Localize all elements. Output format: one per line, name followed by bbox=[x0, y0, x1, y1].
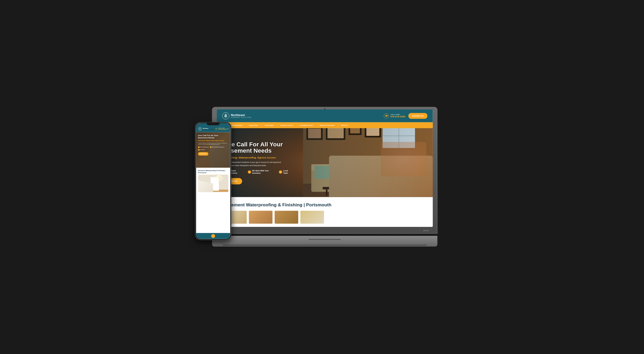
phone-body: Northeast BASEMENT SOLUTIONS ☎ Call Us T… bbox=[195, 122, 231, 240]
nav-crawl-space[interactable]: Crawl Space ▾ bbox=[263, 123, 278, 128]
laptop-device: Northeast BASEMENT SOLUTIONS ☎ bbox=[212, 107, 438, 246]
phone-check-3: ✓ bbox=[198, 149, 200, 151]
hero-title: One Call For All Your Basement Needs bbox=[223, 141, 292, 154]
phone-device: Northeast BASEMENT SOLUTIONS ☎ Call Us T… bbox=[195, 122, 231, 240]
card-thumbnail-4 bbox=[300, 211, 324, 224]
phone-check-1: ✓ bbox=[198, 146, 200, 148]
header-right: ☎ Call Us Today! 978-678-3939 Contact Us bbox=[384, 113, 427, 119]
phone-badge-local: ✓ Local Team bbox=[198, 149, 205, 151]
nav-arrow-3: ▾ bbox=[274, 125, 275, 126]
phone-hero-title: One Call For All Your Basement Needs bbox=[198, 134, 228, 139]
svg-point-33 bbox=[200, 129, 200, 129]
nav-moisture-control[interactable]: Moisture Control ▾ bbox=[279, 123, 297, 128]
phone-brand-name: Northeast bbox=[203, 128, 208, 129]
logo-icon bbox=[222, 112, 229, 119]
phone-badge-insurance: ✓ We Work With Your Insurance bbox=[210, 146, 224, 148]
nav-arrow-5: ▾ bbox=[313, 125, 314, 126]
phone-home-button[interactable]: ⌂ bbox=[211, 234, 215, 238]
svg-rect-39 bbox=[200, 187, 208, 189]
nav-about-us[interactable]: About Us ▾ bbox=[339, 123, 351, 128]
phone-badge-label-2: We Work With Your Insurance bbox=[212, 147, 224, 148]
phone-badge-label-3: Local Team bbox=[200, 149, 205, 150]
phone-check-2: ✓ bbox=[210, 146, 211, 148]
svg-rect-43 bbox=[198, 190, 228, 192]
section-title: Basement Waterproofing & Finishing | Por… bbox=[223, 202, 427, 208]
svg-rect-42 bbox=[200, 183, 205, 185]
below-hero-section: Basement Waterproofing & Finishing | Por… bbox=[217, 197, 433, 227]
phone-logo-icon bbox=[198, 127, 202, 131]
phone-side-btn-1 bbox=[231, 138, 231, 145]
phone-call-number: 978-678-3939 bbox=[218, 129, 226, 130]
nav-foundation-repair[interactable]: Foundation Repair ▾ bbox=[298, 123, 317, 128]
svg-rect-41 bbox=[200, 185, 206, 186]
phone-badge-experience: ✓ 20+ Years Experience bbox=[198, 146, 209, 148]
svg-rect-37 bbox=[200, 190, 211, 191]
svg-rect-38 bbox=[200, 189, 210, 190]
phone-brand-sub: BASEMENT SOLUTIONS bbox=[203, 129, 214, 130]
nav-basement-finishing[interactable]: Basement Finishing ▾ bbox=[318, 123, 338, 128]
svg-point-1 bbox=[225, 116, 226, 116]
hero-badges: ✓ 20+ Years Experience ✓ We Work With Yo… bbox=[223, 170, 292, 174]
phone-logo-area: Northeast BASEMENT SOLUTIONS bbox=[198, 127, 214, 131]
hero-title-line1: One Call For All Your bbox=[223, 141, 283, 148]
phone-hero-section: One Call For All Your Basement Needs Ref… bbox=[196, 132, 230, 168]
call-info: ☎ Call Us Today! 978-678-3939 bbox=[384, 113, 405, 118]
nav-waterproofing[interactable]: Waterproofing ▾ bbox=[230, 123, 246, 128]
phone-side-btn-2 bbox=[231, 147, 231, 153]
site-header: Northeast BASEMENT SOLUTIONS ☎ bbox=[217, 109, 433, 122]
contact-button[interactable]: Contact Us bbox=[408, 113, 427, 119]
nav-sump-pump[interactable]: Sump Pump ▾ bbox=[247, 123, 262, 128]
nav-arrow-2: ▾ bbox=[258, 125, 259, 126]
phone-icon: ☎ bbox=[384, 113, 389, 118]
phone-hero-title-line1: One Call For All Your bbox=[198, 134, 218, 137]
svg-point-47 bbox=[215, 175, 223, 181]
phone-hero-content: One Call For All Your Basement Needs Ref… bbox=[196, 132, 230, 158]
phone-call-text: Call Us Today! 978-678-3939 bbox=[218, 128, 226, 130]
card-thumbnail-3 bbox=[275, 211, 298, 224]
phone-below-section: Basement Waterproofing & Finishing | Por… bbox=[196, 168, 230, 239]
phone-about-us-button[interactable]: About Us bbox=[198, 152, 209, 156]
logo-area: Northeast BASEMENT SOLUTIONS bbox=[222, 112, 251, 119]
nav-arrow-4: ▾ bbox=[293, 125, 294, 126]
brand-sub: BASEMENT SOLUTIONS bbox=[231, 117, 252, 118]
phone-section-title: Basement Waterproofing & Finishing | Por… bbox=[198, 170, 228, 174]
badge-label-3: Local Team bbox=[283, 170, 292, 174]
badge-label-2: We Work With Your Insurance bbox=[252, 170, 275, 174]
hero-badge-local: ✓ Local Team bbox=[279, 170, 292, 174]
call-text: Call Us Today! 978-678-3939 bbox=[391, 114, 405, 118]
nav-arrow: ▾ bbox=[243, 125, 243, 126]
phone-notch bbox=[207, 122, 220, 125]
check-icon-2: ✓ bbox=[248, 171, 251, 174]
laptop-screen-bezel: Northeast BASEMENT SOLUTIONS ☎ bbox=[217, 109, 433, 227]
phone-site: Northeast BASEMENT SOLUTIONS ☎ Call Us T… bbox=[196, 123, 230, 239]
cards-row bbox=[223, 211, 427, 224]
phone-call-icon: ☎ bbox=[215, 128, 217, 130]
phone-hero-description: Northeast Basement Solutions is your go-… bbox=[198, 142, 228, 145]
phone-brand-text: Northeast BASEMENT SOLUTIONS bbox=[203, 127, 214, 130]
nav-arrow-6: ▾ bbox=[334, 125, 335, 126]
hero-subtitle: Refinishing. Waterproofing. Egress Acces… bbox=[223, 156, 292, 159]
website: Northeast BASEMENT SOLUTIONS ☎ bbox=[217, 109, 433, 227]
phone-hero-subtitle: Refinishing. Waterproofing. Egress Acces… bbox=[198, 140, 228, 142]
phone-badges: ✓ 20+ Years Experience ✓ We Work With Yo… bbox=[198, 146, 228, 151]
hamburger-icon[interactable]: ≡ bbox=[227, 128, 228, 130]
laptop-dot-1 bbox=[424, 230, 425, 231]
phone-left-btn bbox=[195, 144, 195, 152]
logo-text: Northeast BASEMENT SOLUTIONS bbox=[231, 113, 252, 118]
laptop-dot-2 bbox=[425, 230, 427, 231]
phone-number: 978-678-3939 bbox=[391, 115, 405, 118]
laptop-feet bbox=[223, 245, 427, 246]
check-icon-3: ✓ bbox=[279, 171, 282, 174]
hero-description: Northeast Basement Solutions is your go-… bbox=[223, 161, 286, 167]
laptop-dot-3 bbox=[427, 230, 428, 231]
hero-badge-insurance: ✓ We Work With Your Insurance bbox=[248, 170, 275, 174]
phone-thumbnail bbox=[198, 175, 228, 192]
nav-arrow-7: ▾ bbox=[348, 125, 349, 126]
phone-badge-label-1: 20+ Years Experience bbox=[200, 147, 209, 148]
svg-rect-40 bbox=[200, 186, 207, 187]
phone-screen: Northeast BASEMENT SOLUTIONS ☎ Call Us T… bbox=[196, 123, 230, 239]
site-nav: Home | Waterproofing ▾ | Sump Pump ▾ | C… bbox=[217, 122, 433, 128]
phone-hero-title-line2: Basement Needs bbox=[198, 137, 214, 139]
card-thumbnail-2 bbox=[249, 211, 272, 224]
phone-bottom-bar: ⌂ bbox=[196, 233, 230, 239]
